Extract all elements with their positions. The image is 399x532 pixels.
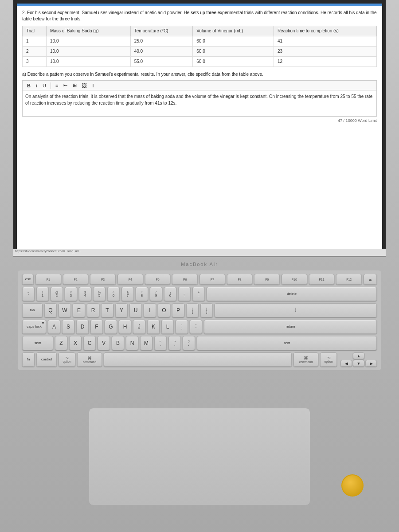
f12-key[interactable]: F12 [336,274,362,285]
trackpad[interactable] [89,408,310,505]
key-i[interactable]: I [144,303,156,317]
f4-key[interactable]: F4 [117,274,143,285]
esc-key[interactable]: esc [22,274,34,285]
arrow-up-key[interactable]: ▲ [353,352,364,359]
screen-bezel: 2. For his second experiment, Samuel use… [13,0,386,256]
backtick-key[interactable]: ~` [22,287,35,301]
image-button[interactable]: 🖼 [80,82,89,89]
cell-reaction-2: 23 [274,47,376,57]
right-option-key[interactable]: ⌥option [320,352,337,367]
answer-box[interactable]: On analysis of the reaction trials, it i… [22,90,377,117]
key-g[interactable]: G [105,320,117,334]
f7-key[interactable]: F7 [200,274,225,285]
cell-temp-3: 55.0 [130,57,193,67]
key-lbracket[interactable]: {[ [186,303,199,317]
bold-button[interactable]: B [25,82,32,89]
key-0[interactable]: )0 [164,287,176,301]
tab-key[interactable]: tab [22,303,43,317]
key-period[interactable]: >. [168,336,181,350]
key-z[interactable]: Z [55,336,67,350]
f9-key[interactable]: F9 [254,274,280,285]
italic-button[interactable]: I [34,82,39,89]
keyboard: esc F1 F2 F3 F4 F5 F6 F7 F8 F9 F10 F11 F… [18,270,381,370]
key-6[interactable]: ^6 [107,287,120,301]
key-4[interactable]: $4 [79,287,91,301]
f2-key[interactable]: F2 [63,274,89,285]
cell-volume-1: 60.0 [193,36,274,47]
key-v[interactable]: V [98,336,110,350]
cell-mass-2: 10.0 [47,47,131,57]
fn-key[interactable]: fn [22,352,35,367]
key-d[interactable]: D [76,320,89,334]
key-backslash[interactable]: |\ [215,303,377,317]
key-y[interactable]: Y [115,303,128,317]
table-button[interactable]: ⊞ [71,82,78,89]
arrow-left-key[interactable]: ◀ [340,360,352,367]
key-l[interactable]: L [161,320,174,334]
key-h[interactable]: H [119,320,131,334]
right-command-key[interactable]: ⌘command [293,352,318,367]
key-n[interactable]: N [126,336,138,350]
underline-button[interactable]: U [41,82,48,89]
f6-key[interactable]: F6 [172,274,198,285]
key-5[interactable]: %5 [93,287,106,301]
key-comma[interactable]: <, [154,336,167,350]
delete-key[interactable]: delete [207,287,377,301]
f1-key[interactable]: F1 [35,274,61,285]
left-option-key[interactable]: ⌥option [59,352,75,367]
right-shift-key[interactable]: shift [197,336,377,350]
key-2[interactable]: @2 [51,287,63,301]
f3-key[interactable]: F3 [90,274,116,285]
key-o[interactable]: O [158,303,170,317]
key-8[interactable]: *8 [136,287,148,301]
col-header-volume: Volume of Vinegar (mL) [193,26,274,36]
arrow-right-key[interactable]: ▶ [365,360,377,367]
f8-key[interactable]: F8 [227,274,253,285]
key-equals[interactable]: += [192,287,205,301]
key-t[interactable]: T [101,303,113,317]
key-x[interactable]: X [69,336,82,350]
key-minus[interactable]: _- [178,287,191,301]
format-button[interactable]: I [90,82,95,89]
key-quote[interactable]: "' [190,320,202,334]
f11-key[interactable]: F11 [309,274,335,285]
key-r[interactable]: R [87,303,99,317]
space-key[interactable] [104,352,292,367]
key-w[interactable]: W [59,303,71,317]
key-q[interactable]: Q [44,303,57,317]
key-p[interactable]: P [172,303,184,317]
key-f[interactable]: F [90,320,103,334]
key-7[interactable]: &7 [121,287,134,301]
key-c[interactable]: C [83,336,96,350]
control-key[interactable]: control [36,352,57,367]
key-u[interactable]: U [129,303,142,317]
key-1[interactable]: !1 [36,287,49,301]
return-key[interactable]: return [204,320,377,334]
keyboard-area: esc F1 F2 F3 F4 F5 F6 F7 F8 F9 F10 F11 F… [18,270,381,390]
f10-key[interactable]: F10 [282,274,307,285]
key-semicolon[interactable]: :; [176,320,188,334]
key-3[interactable]: #3 [65,287,77,301]
caps-lock-key[interactable]: caps lock [22,320,46,334]
power-key[interactable]: ⏏ [364,274,377,285]
key-rbracket[interactable]: }] [200,303,213,317]
key-s[interactable]: S [62,320,74,334]
laptop-body: 2. For his second experiment, Samuel use… [0,0,399,532]
indent-button[interactable]: ⇤ [62,82,69,89]
key-9[interactable]: (9 [150,287,162,301]
key-slash[interactable]: ?/ [183,336,195,350]
editor-toolbar: B I U ≡ ⇤ ⊞ 🖼 I [22,80,377,90]
number-row: ~` !1 @2 #3 $4 %5 ^6 &7 *8 (9 )0 _- += d… [22,287,377,301]
key-a[interactable]: A [48,320,60,334]
key-b[interactable]: B [112,336,124,350]
key-e[interactable]: E [73,303,85,317]
f5-key[interactable]: F5 [145,274,171,285]
key-k[interactable]: K [147,320,160,334]
key-j[interactable]: J [133,320,145,334]
list-button[interactable]: ≡ [54,82,60,89]
left-shift-key[interactable]: shift [22,336,53,350]
key-m[interactable]: M [140,336,153,350]
left-command-key[interactable]: ⌘command [77,352,102,367]
col-header-trial: Trial [23,26,47,36]
arrow-down-key[interactable]: ▼ [353,360,364,367]
